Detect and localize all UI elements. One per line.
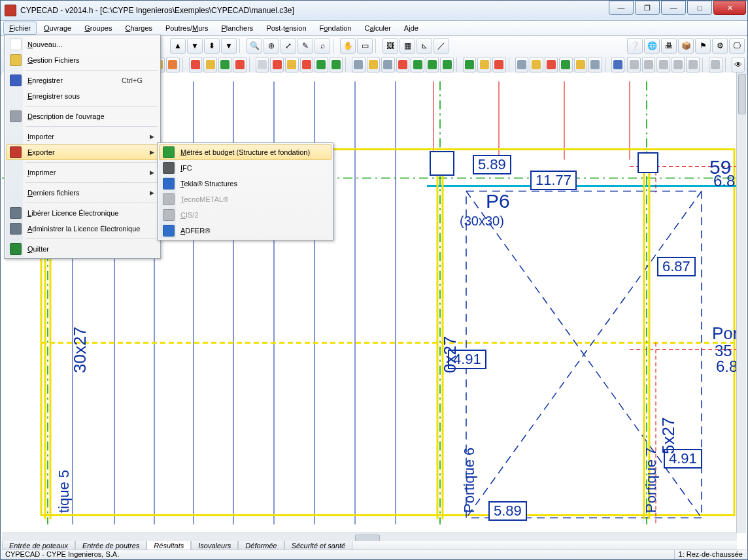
tool-down2[interactable]: ▼ (221, 38, 237, 54)
tool-grid-icon[interactable]: ▦ (400, 38, 415, 54)
tool-r[interactable] (411, 57, 424, 73)
tool-settings-icon[interactable]: ⚙ (712, 38, 728, 54)
fichier-item[interactable]: Quitter (6, 241, 159, 257)
tool-help-icon[interactable]: ❔ (627, 38, 643, 54)
menu-calculer[interactable]: Calculer (358, 22, 396, 35)
restore-down-button[interactable]: ❐ (635, 1, 660, 15)
fichier-item[interactable]: Libérer Licence Électronique (6, 205, 159, 221)
tool-print-icon[interactable]: 🖶 (661, 38, 677, 54)
tool-g6[interactable] (709, 57, 722, 73)
fichier-item[interactable]: Derniers fichiers▶ (6, 185, 159, 201)
tool-m[interactable] (330, 57, 343, 73)
tool-x[interactable] (515, 57, 529, 73)
tool-g5[interactable] (686, 57, 700, 73)
menu-fichier[interactable]: Fichier (3, 22, 37, 35)
tool-line-icon[interactable]: ／ (434, 38, 449, 54)
exporter-item[interactable]: IFC (159, 160, 332, 176)
tool-o[interactable] (367, 57, 381, 73)
tool-j[interactable] (285, 57, 299, 73)
tool-q[interactable] (396, 57, 410, 73)
tool-v[interactable] (477, 57, 491, 73)
fichier-item[interactable]: Gestion Fichiers (6, 52, 159, 68)
tool-u[interactable] (463, 57, 477, 73)
fichier-item[interactable]: Administrer la Licence Électronique (6, 221, 159, 237)
tool-z[interactable] (545, 57, 558, 73)
menu-posttension[interactable]: Post-tension (260, 22, 312, 35)
fichier-item[interactable]: Imprimer▶ (6, 165, 159, 180)
label-portique-right: Portique (712, 323, 737, 344)
tool-z3[interactable] (588, 57, 602, 73)
tool-g3[interactable] (656, 57, 670, 73)
fichier-item[interactable]: Exporter▶ (6, 144, 159, 160)
fichier-item[interactable]: Importer▶ (6, 129, 159, 144)
label-portique6: Portique 6 (461, 448, 478, 513)
tool-n[interactable] (352, 57, 366, 73)
fichier-item[interactable]: Nouveau... (6, 37, 159, 52)
tool-s[interactable] (426, 57, 439, 73)
dim-11-77: 11.77 (530, 171, 577, 190)
tool-c[interactable] (166, 57, 180, 73)
tool-zoom-window-icon[interactable]: ⤢ (280, 38, 296, 54)
tool-globe-icon[interactable]: 🌐 (644, 38, 660, 54)
tool-down-triangle[interactable]: ▼ (187, 38, 203, 54)
tool-window-icon[interactable]: ▭ (357, 38, 373, 54)
tool-measure-icon[interactable]: ✎ (298, 38, 313, 54)
tool-y[interactable] (530, 57, 543, 73)
minimize-button[interactable]: — (609, 1, 634, 15)
close-button[interactable]: ✕ (713, 1, 746, 15)
tool-h[interactable] (256, 57, 269, 73)
tool-e[interactable] (203, 57, 217, 73)
fichier-item[interactable]: Enregistrer sous (6, 88, 159, 104)
dim-5-89-bot: 5.89 (488, 501, 527, 521)
tool-w[interactable] (492, 57, 506, 73)
tool-up-triangle[interactable]: ▲ (170, 38, 186, 54)
tool-p[interactable] (381, 57, 395, 73)
menu-groupes[interactable]: Groupes (78, 22, 118, 35)
vertical-scrollbar[interactable] (736, 73, 746, 533)
tool-box-icon[interactable]: 📦 (678, 38, 694, 54)
menu-poutres-murs[interactable]: Poutres/Murs (160, 22, 214, 35)
menu-ouvrage[interactable]: Ouvrage (38, 22, 77, 35)
tool-l[interactable] (314, 57, 328, 73)
tool-k[interactable] (300, 57, 314, 73)
exporter-item[interactable]: ADFER® (159, 223, 332, 239)
tool-zoom-lens-icon[interactable]: 🔍 (246, 38, 262, 54)
tool-t[interactable] (440, 57, 454, 73)
menu-charges[interactable]: Charges (119, 22, 158, 35)
exporter-item[interactable]: Métrés et budget (Structure et fondation… (159, 144, 332, 160)
label-0x27: 0x27 (440, 337, 460, 373)
app-icon (5, 5, 16, 16)
tool-z2[interactable] (574, 57, 588, 73)
tool-image-icon[interactable]: 🖼 (382, 38, 398, 54)
tool-z1[interactable] (559, 57, 573, 73)
tool-eye-icon[interactable]: 👁 (732, 57, 745, 73)
tool-updown[interactable]: ⬍ (204, 38, 220, 54)
exporter-item: TecnoMETAL® (159, 191, 332, 207)
tool-g4[interactable] (672, 57, 685, 73)
tool-screen-icon[interactable]: 🖵 (729, 38, 745, 54)
tool-pan-icon[interactable]: ✋ (340, 38, 356, 54)
exporter-item[interactable]: Tekla® Structures (159, 176, 332, 191)
maximize-button[interactable]: □ (687, 1, 712, 15)
exporter-item: CIS/2 (159, 207, 332, 223)
menu-aide[interactable]: Aide (398, 22, 424, 35)
tool-g[interactable] (233, 57, 246, 73)
tool-i[interactable] (270, 57, 284, 73)
minimize2-button[interactable]: — (661, 1, 686, 15)
tool-zoom-out-icon[interactable]: ⌕ (314, 38, 330, 54)
tool-z4[interactable] (611, 57, 625, 73)
bottom-tabs: Entrée de poteaux Entrée de poutres Résu… (2, 541, 737, 550)
menu-planchers[interactable]: Planchers (215, 22, 259, 35)
menu-fondation[interactable]: Fondation (314, 22, 358, 35)
tool-flag-icon[interactable]: ⚑ (695, 38, 711, 54)
tool-g1[interactable] (627, 57, 641, 73)
label-p6: P6 (486, 190, 510, 212)
column-right-box (638, 152, 658, 173)
fichier-item[interactable]: Description de l'ouvrage (6, 108, 159, 124)
tool-zoom-extents-icon[interactable]: ⊕ (264, 38, 279, 54)
tool-f[interactable] (218, 57, 232, 73)
tool-axis-icon[interactable]: ⊾ (416, 38, 432, 54)
tool-g2[interactable] (642, 57, 656, 73)
fichier-item[interactable]: EnregistrerCtrl+G (6, 73, 159, 88)
tool-d[interactable] (189, 57, 203, 73)
